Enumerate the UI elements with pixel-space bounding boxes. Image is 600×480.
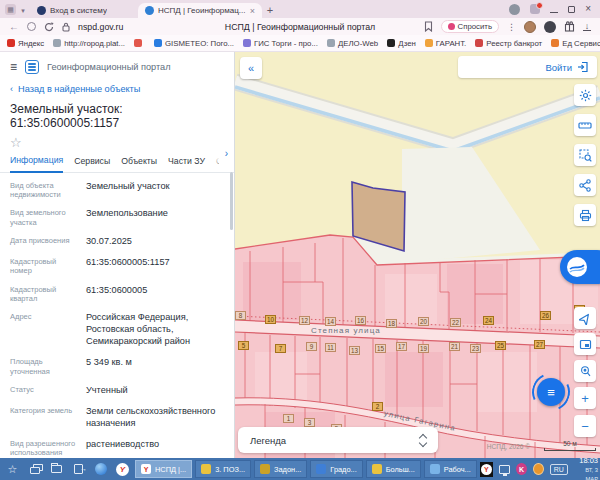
window-close-button[interactable]: × bbox=[585, 4, 591, 14]
bookmark-item[interactable] bbox=[134, 39, 145, 47]
new-tab-button[interactable]: + bbox=[262, 4, 278, 16]
house-number-marker: 3 bbox=[304, 418, 315, 427]
tab-inactive[interactable]: Вход в систему bbox=[30, 3, 138, 18]
taskbar-app-button[interactable]: Задон... bbox=[254, 460, 307, 478]
taskbar-app-button[interactable]: Y НСПД |... bbox=[135, 460, 192, 478]
ask-label: Спросить bbox=[458, 22, 492, 31]
print-button[interactable] bbox=[574, 204, 596, 226]
url-text[interactable]: nspd.gov.ru bbox=[78, 22, 123, 32]
tab-close-icon[interactable]: × bbox=[250, 6, 255, 16]
browser-icon[interactable] bbox=[91, 460, 110, 478]
map-canvas[interactable]: Степная улица улица Гагарина 8 10 12 14 … bbox=[235, 52, 600, 458]
taskbar-app-button[interactable]: Рабоч... bbox=[424, 460, 477, 478]
bookmark-item[interactable]: ГАРАНТ. bbox=[425, 39, 466, 48]
panel-tab[interactable]: Сервисы bbox=[74, 156, 110, 172]
bookmark-item[interactable]: Ед Сервис Плат... bbox=[551, 39, 600, 48]
tab-active[interactable]: НСПД | Геоинформац... × bbox=[138, 3, 262, 18]
browser-menu-icon[interactable]: ⋮ bbox=[507, 22, 516, 32]
bookmark-item[interactable]: ДЕЛО-Web bbox=[327, 39, 378, 48]
panel-tab[interactable]: Части ЗУ bbox=[168, 156, 205, 172]
bookmark-item[interactable]: Дзен bbox=[387, 39, 416, 48]
protect-icon[interactable] bbox=[27, 22, 36, 31]
file-explorer-icon[interactable] bbox=[47, 460, 66, 478]
back-to-results-link[interactable]: ‹ Назад в найденные объекты bbox=[0, 77, 234, 96]
bookmark-label: ГАРАНТ. bbox=[436, 39, 466, 48]
bookmark-item[interactable]: Яндекс bbox=[7, 39, 44, 48]
bookmark-item[interactable]: ГИС Торги - про... bbox=[243, 39, 318, 48]
window-maximize-button[interactable] bbox=[568, 6, 575, 13]
chat-assistant-button[interactable]: ≡ bbox=[537, 378, 565, 406]
start-button[interactable]: ☆ bbox=[3, 460, 22, 478]
pin-magnifier-icon bbox=[579, 365, 592, 378]
menu-icon[interactable]: ≡ bbox=[10, 60, 17, 74]
yandex-browser-icon[interactable]: Y bbox=[113, 460, 132, 478]
browser-tab-bar: ▦ ▾ Вход в систему НСПД | Геоинформац...… bbox=[0, 0, 600, 18]
display-tray-icon[interactable] bbox=[499, 465, 510, 474]
bookmark-label: Дзен bbox=[398, 39, 416, 48]
bookmark-item[interactable]: GISMETEO: Пого... bbox=[154, 39, 234, 48]
panel-tab[interactable]: Объекты bbox=[121, 156, 157, 172]
login-button[interactable]: Войти bbox=[458, 56, 597, 78]
bookmark-item[interactable]: Реестр банкрот bbox=[475, 39, 542, 48]
house-number-marker: 16 bbox=[355, 316, 366, 325]
task-view-icon[interactable] bbox=[25, 460, 44, 478]
map-scale: 50 м bbox=[544, 440, 596, 451]
taskbar-app-button[interactable]: Больш... bbox=[366, 460, 421, 478]
bookmark-flag-icon[interactable] bbox=[424, 21, 433, 32]
back-button[interactable]: ← bbox=[9, 22, 19, 32]
favorite-star-icon[interactable]: ☆ bbox=[0, 132, 234, 150]
taskbar-app-icon bbox=[372, 464, 382, 474]
taskbar-app-button[interactable]: 3. ПОЗ... bbox=[195, 460, 251, 478]
tabs-dropdown-icon[interactable]: ▾ bbox=[18, 7, 28, 15]
collapse-panel-button[interactable]: « bbox=[240, 57, 262, 79]
share-button[interactable] bbox=[574, 174, 596, 196]
house-number-marker: 22 bbox=[450, 318, 461, 327]
browser-profile-icon[interactable] bbox=[509, 4, 520, 15]
taskbar-app-button[interactable]: Градо... bbox=[310, 460, 362, 478]
side-panel-icon[interactable]: ▦ bbox=[5, 4, 16, 15]
window-minimize-button[interactable] bbox=[550, 12, 558, 13]
downloads-icon[interactable]: ↓ bbox=[583, 22, 591, 31]
taskbar-app-label: 3. ПОЗ... bbox=[215, 465, 245, 474]
area-select-button[interactable] bbox=[574, 144, 596, 166]
parcel-fields: Вид объекта недвижимости Земельный участ… bbox=[0, 173, 234, 458]
field-value: Земельный участок bbox=[86, 181, 170, 200]
gift-icon[interactable] bbox=[564, 21, 575, 32]
yandex-tray-icon[interactable]: Y bbox=[480, 462, 493, 477]
basemap-switcher-button[interactable] bbox=[560, 250, 600, 284]
minimap-button[interactable] bbox=[574, 333, 596, 355]
kaspersky-tray-icon[interactable]: K bbox=[516, 463, 527, 475]
zoom-in-button[interactable]: + bbox=[574, 387, 596, 409]
printer-icon bbox=[579, 209, 592, 222]
taskbar-app-icon bbox=[260, 464, 270, 474]
measure-button[interactable] bbox=[574, 114, 596, 136]
bookmark-item[interactable]: http://город.plat... bbox=[53, 39, 125, 48]
reload-icon[interactable] bbox=[44, 22, 54, 32]
house-number-marker: 15 bbox=[375, 344, 386, 353]
address-bar-page-title: НСПД | Геоинформационный портал bbox=[225, 22, 375, 32]
house-number-marker: 1 bbox=[283, 414, 294, 423]
legend-bar[interactable]: Легенда bbox=[238, 427, 438, 453]
map-settings-button[interactable] bbox=[574, 84, 596, 106]
ask-alice-button[interactable]: Спросить bbox=[441, 20, 499, 33]
sign-out-icon[interactable] bbox=[69, 460, 88, 478]
update-tray-icon[interactable] bbox=[533, 463, 544, 475]
tabs-scroll-next-icon[interactable]: › bbox=[219, 148, 234, 164]
legend-toggle-icon bbox=[420, 435, 426, 446]
minimap-icon bbox=[579, 338, 592, 351]
house-number-marker: 27 bbox=[534, 340, 545, 349]
assistant-icon[interactable] bbox=[544, 21, 556, 33]
field-value: Землепользование bbox=[86, 208, 168, 227]
language-indicator[interactable]: RU bbox=[550, 464, 568, 475]
panel-scrollbar[interactable] bbox=[230, 172, 233, 230]
house-number-marker: 9 bbox=[306, 342, 317, 351]
panel-tab[interactable]: Информация bbox=[10, 155, 63, 173]
field-value: 61:35:0600005:1157 bbox=[86, 257, 170, 276]
clock[interactable]: 18:03 ВТ, 3 МАР bbox=[574, 456, 598, 480]
notifications-icon[interactable] bbox=[530, 4, 540, 14]
search-on-map-button[interactable] bbox=[574, 360, 596, 382]
geolocate-button[interactable] bbox=[574, 307, 596, 329]
parcel-title: Земельный участок: 61:35:0600005:1157 bbox=[0, 96, 234, 132]
user-avatar[interactable] bbox=[524, 21, 536, 33]
zoom-out-button[interactable]: − bbox=[574, 415, 596, 437]
